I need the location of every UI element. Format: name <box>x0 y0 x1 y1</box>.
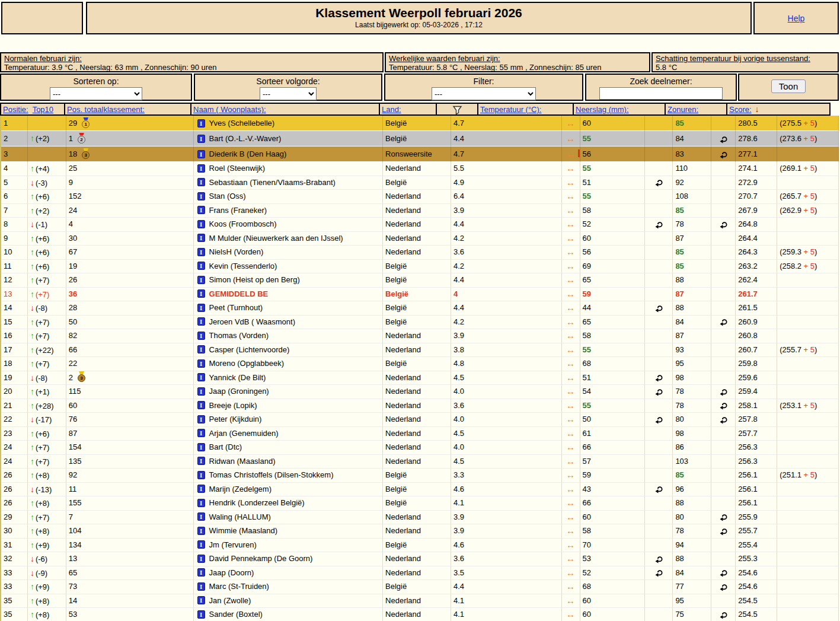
sunhours-joker-cell <box>711 246 736 260</box>
sunhours-cell: 103 <box>673 455 711 469</box>
position-cell: 10 <box>1 246 28 260</box>
title-box: Klassement Weerpoll februari 2026 Laatst… <box>86 2 752 34</box>
show-button[interactable]: Toon <box>771 79 806 93</box>
precipitation-joker-cell <box>645 483 673 497</box>
sunhours-value: 88 <box>675 498 684 507</box>
participant-info-icon[interactable]: I <box>197 178 205 186</box>
temp-direction-icon: ↔ <box>566 247 575 257</box>
sort-order-select[interactable]: --- <box>260 87 317 100</box>
precipitation-joker-cell <box>645 190 673 204</box>
overall-position-value: 4 <box>69 219 73 228</box>
score-breakdown-cell <box>777 301 839 316</box>
participant-info-icon[interactable]: I <box>197 527 205 535</box>
participant-info-icon[interactable]: I <box>197 359 205 368</box>
participant-info-icon[interactable]: I <box>197 596 205 604</box>
table-row: 35↑(+8)53ISander (Boxtel)Nederland4.1↔60… <box>0 608 839 621</box>
top-left-box <box>1 2 83 34</box>
participant-info-icon[interactable]: I <box>197 150 205 158</box>
temperature-cell: 3.9 <box>451 204 562 218</box>
participant-info-icon[interactable]: I <box>197 119 205 128</box>
sort-temperatuur-link[interactable]: Temperatuur (°C): <box>480 105 541 114</box>
participant-info-icon[interactable]: I <box>197 499 205 507</box>
precipitation-joker-cell <box>645 218 673 232</box>
participant-info-icon[interactable]: I <box>197 610 205 619</box>
position-change-cell: ↑(+8) <box>28 594 66 609</box>
sort-naam-link[interactable]: Naam ( Woonplaats): <box>193 105 266 114</box>
help-link[interactable]: Help <box>788 14 805 23</box>
precipitation-cell: 55 <box>580 131 646 147</box>
score-value: 254.6 <box>738 582 758 591</box>
position-cell: 6 <box>1 190 28 204</box>
temperature-trend-cell: ↔ <box>562 204 580 218</box>
position-change-cell: ↑(+7) <box>28 441 66 455</box>
score-breakdown-cell <box>777 552 839 566</box>
participant-name: NielsH (Vorden) <box>209 247 264 256</box>
participant-info-icon[interactable]: I <box>197 471 205 479</box>
sort-land-link[interactable]: Land: <box>382 105 401 114</box>
participant-info-icon[interactable]: I <box>197 345 205 354</box>
sort-neerslag-link[interactable]: Neerslag (mm): <box>576 105 629 114</box>
sort-by-select[interactable]: --- <box>50 87 142 100</box>
temperature-trend-cell: ↔ <box>562 441 580 455</box>
temperature-value: 4.0 <box>453 387 464 396</box>
score-cell: 278.6 <box>736 131 777 147</box>
participant-info-icon[interactable]: I <box>197 540 205 549</box>
filter-funnel-icon[interactable] <box>452 106 462 115</box>
participant-info-icon[interactable]: I <box>197 248 205 256</box>
sunhours-cell: 85 <box>673 116 711 131</box>
temp-direction-icon: ↔ <box>566 595 575 606</box>
participant-info-icon[interactable]: I <box>197 289 205 298</box>
top10-link[interactable]: Top10 <box>33 105 53 114</box>
participant-info-icon[interactable]: I <box>197 192 205 200</box>
table-row: 19↓(-8)23IYannick (De Bilt)Nederland4.5↔… <box>0 371 839 386</box>
participant-info-icon[interactable]: I <box>197 164 205 173</box>
participant-info-icon[interactable]: I <box>197 512 205 521</box>
temperature-trend-cell: ↔ <box>562 469 580 483</box>
score-value: 261.5 <box>738 303 758 312</box>
participant-info-icon[interactable]: I <box>197 568 205 577</box>
score-cell: 259.8 <box>736 357 777 371</box>
participant-info-icon[interactable]: I <box>197 304 205 312</box>
participant-info-icon[interactable]: I <box>197 135 205 143</box>
country-value: België <box>385 540 407 549</box>
participant-info-icon[interactable]: I <box>197 262 205 270</box>
participant-info-icon[interactable]: I <box>197 206 205 214</box>
participant-info-icon[interactable]: I <box>197 373 205 381</box>
position-change-value: (+9) <box>36 582 49 591</box>
participant-info-icon[interactable]: I <box>197 443 205 451</box>
sunhours-value: 87 <box>675 331 684 340</box>
country-value: Nederland <box>385 206 421 215</box>
sort-totaal-link[interactable]: Pos. totaalklassement: <box>67 105 145 114</box>
precipitation-value: 65 <box>583 317 591 326</box>
participant-info-icon[interactable]: I <box>197 276 205 284</box>
participant-info-icon[interactable]: I <box>197 234 205 242</box>
country-value: Nederland <box>385 526 421 535</box>
sort-zonuren-link[interactable]: Zonuren: <box>667 105 698 114</box>
country-cell: België <box>383 580 451 594</box>
overall-position-cell: 19 <box>66 260 194 274</box>
participant-info-icon[interactable]: I <box>197 485 205 493</box>
participant-info-icon[interactable]: I <box>197 415 205 423</box>
medal-icon: 1 <box>82 117 90 128</box>
participant-info-icon[interactable]: I <box>197 220 205 228</box>
sort-score-link[interactable]: Score: <box>729 105 752 114</box>
score-breakdown-cell: (265.7 + 5) <box>777 190 839 204</box>
participant-info-icon[interactable]: I <box>197 401 205 409</box>
sort-positie-link[interactable]: Positie: <box>3 105 28 114</box>
position-cell: 33 <box>1 566 28 581</box>
sunhours-joker-cell <box>711 608 736 621</box>
search-input[interactable] <box>599 87 723 100</box>
participant-info-icon[interactable]: I <box>197 332 205 340</box>
participant-info-icon[interactable]: I <box>197 457 205 465</box>
score-value: 260.7 <box>738 345 758 354</box>
participant-info-icon[interactable]: I <box>197 387 205 396</box>
precipitation-joker-cell <box>645 399 673 413</box>
filter-select[interactable]: --- <box>432 87 536 100</box>
score-value: 274.1 <box>738 164 758 173</box>
participant-info-icon[interactable]: I <box>197 555 205 563</box>
participant-info-icon[interactable]: I <box>197 582 205 591</box>
participant-info-icon[interactable]: I <box>197 429 205 437</box>
temperature-trend-cell: ↔ <box>562 580 580 594</box>
participant-info-icon[interactable]: I <box>197 317 205 326</box>
loop-arrow-icon <box>719 583 728 591</box>
